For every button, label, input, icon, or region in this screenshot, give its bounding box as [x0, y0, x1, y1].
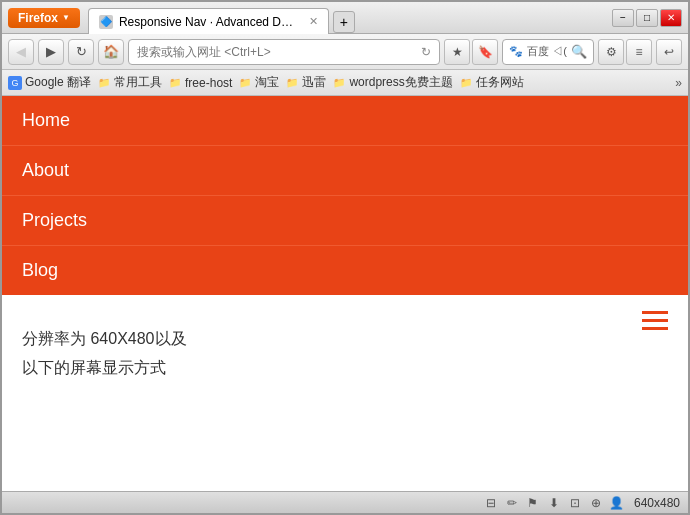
folder-icon: 📁 [97, 76, 111, 90]
tab-bar: 🔷 Responsive Nav · Advanced Demo ✕ + [88, 2, 612, 33]
status-icon-2: ✏ [503, 495, 521, 511]
hamburger-button[interactable] [642, 311, 668, 330]
search-engine-label: 百度 ◁( [527, 44, 567, 59]
folder-icon: 📁 [285, 76, 299, 90]
reload-button[interactable]: ↻ [68, 39, 94, 65]
address-bar[interactable]: ↻ [128, 39, 440, 65]
nav-item-home[interactable]: Home [2, 96, 688, 146]
bookmark-tools[interactable]: 📁 常用工具 [97, 74, 162, 91]
bookmark-wordpress-label: wordpress免费主题 [349, 74, 452, 91]
window-controls: − □ ✕ [612, 9, 682, 27]
tab-favicon: 🔷 [99, 15, 113, 29]
status-icon-1: ⊟ [482, 495, 500, 511]
content-line-2: 以下的屏幕显示方式 [22, 354, 668, 383]
status-icon-3: ⚑ [524, 495, 542, 511]
new-tab-button[interactable]: + [333, 11, 355, 33]
home-button[interactable]: 🏠 [98, 39, 124, 65]
maximize-button[interactable]: □ [636, 9, 658, 27]
search-engine-icon: 🐾 [509, 45, 523, 58]
search-icon[interactable]: 🔍 [571, 44, 587, 59]
status-icon-7: 👤 [608, 495, 626, 511]
nav-item-about[interactable]: About [2, 146, 688, 196]
bookmark-google[interactable]: G Google 翻译 [8, 74, 91, 91]
hamburger-line-3 [642, 327, 668, 330]
firefox-button[interactable]: Firefox ▼ [8, 8, 80, 28]
bookmark-xunlei-label: 迅雷 [302, 74, 326, 91]
nav-item-projects[interactable]: Projects [2, 196, 688, 246]
navigation-bar: ◀ ▶ ↻ 🏠 ↻ ★ 🔖 🐾 百度 ◁( 🔍 ⚙ ≡ ↩ [2, 34, 688, 70]
tab-label: Responsive Nav · Advanced Demo [119, 15, 299, 29]
hamburger-line-1 [642, 311, 668, 314]
google-icon: G [8, 76, 22, 90]
nav-item-projects-label: Projects [22, 210, 87, 230]
browser-window: Firefox ▼ 🔷 Responsive Nav · Advanced De… [0, 0, 690, 515]
search-area[interactable]: 🐾 百度 ◁( 🔍 [502, 39, 594, 65]
responsive-nav-menu: Home About Projects Blog [2, 96, 688, 295]
page-content: Home About Projects Blog 分辨率为 640X480以及 … [2, 96, 688, 491]
bookmarks-more-button[interactable]: » [675, 76, 682, 90]
folder-icon: 📁 [168, 76, 182, 90]
folder-icon: 📁 [238, 76, 252, 90]
title-bar: Firefox ▼ 🔷 Responsive Nav · Advanced De… [2, 2, 688, 34]
bookmark-google-label: Google 翻译 [25, 74, 91, 91]
main-content-area: 分辨率为 640X480以及 以下的屏幕显示方式 [2, 295, 688, 491]
nav-item-blog-label: Blog [22, 260, 58, 280]
status-bar: ⊟ ✏ ⚑ ⬇ ⊡ ⊕ 👤 640x480 [2, 491, 688, 513]
address-input[interactable] [137, 45, 417, 59]
bookmarks-bar: G Google 翻译 📁 常用工具 📁 free-host 📁 淘宝 📁 迅雷… [2, 70, 688, 96]
bookmark-tasks[interactable]: 📁 任务网站 [459, 74, 524, 91]
minimize-button[interactable]: − [612, 9, 634, 27]
bookmark-freehost-label: free-host [185, 76, 232, 90]
forward-button[interactable]: ▶ [38, 39, 64, 65]
close-button[interactable]: ✕ [660, 9, 682, 27]
star-icon[interactable]: 🔖 [472, 39, 498, 65]
viewport-size: 640x480 [634, 496, 680, 510]
bookmark-tools-label: 常用工具 [114, 74, 162, 91]
hamburger-line-2 [642, 319, 668, 322]
firefox-label: Firefox [18, 11, 58, 25]
back-arrow-icon[interactable]: ↩ [656, 39, 682, 65]
nav-item-home-label: Home [22, 110, 70, 130]
status-icon-4: ⬇ [545, 495, 563, 511]
folder-icon: 📁 [459, 76, 473, 90]
folder-icon: 📁 [332, 76, 346, 90]
toolbar-icons: ★ 🔖 [444, 39, 498, 65]
bookmark-xunlei[interactable]: 📁 迅雷 [285, 74, 326, 91]
status-icons: ⊟ ✏ ⚑ ⬇ ⊡ ⊕ 👤 [482, 495, 626, 511]
menu-icon[interactable]: ≡ [626, 39, 652, 65]
nav-item-blog[interactable]: Blog [2, 246, 688, 295]
back-button[interactable]: ◀ [8, 39, 34, 65]
tools-icon[interactable]: ⚙ [598, 39, 624, 65]
bookmark-taobao-label: 淘宝 [255, 74, 279, 91]
content-line-1: 分辨率为 640X480以及 [22, 325, 668, 354]
bookmark-wordpress[interactable]: 📁 wordpress免费主题 [332, 74, 452, 91]
content-text: 分辨率为 640X480以及 以下的屏幕显示方式 [22, 325, 668, 383]
tab-close-button[interactable]: ✕ [309, 15, 318, 28]
bookmark-tasks-label: 任务网站 [476, 74, 524, 91]
bookmark-taobao[interactable]: 📁 淘宝 [238, 74, 279, 91]
status-icon-5: ⊡ [566, 495, 584, 511]
active-tab[interactable]: 🔷 Responsive Nav · Advanced Demo ✕ [88, 8, 329, 34]
firefox-dropdown-arrow: ▼ [62, 13, 70, 22]
refresh-icon[interactable]: ↻ [421, 45, 431, 59]
bookmark-freehost[interactable]: 📁 free-host [168, 76, 232, 90]
nav-item-about-label: About [22, 160, 69, 180]
bookmark-icon[interactable]: ★ [444, 39, 470, 65]
extra-toolbar: ⚙ ≡ [598, 39, 652, 65]
status-icon-6: ⊕ [587, 495, 605, 511]
